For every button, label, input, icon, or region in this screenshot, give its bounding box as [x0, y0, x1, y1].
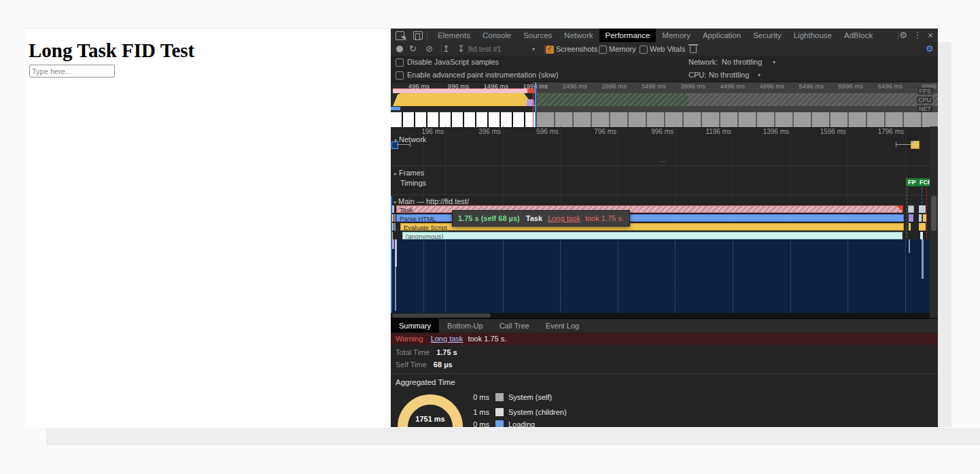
flame-event-mini[interactable] [395, 267, 396, 311]
scrollbar-thumb[interactable] [392, 314, 491, 318]
flame-event-mini[interactable] [922, 239, 924, 279]
tab-summary[interactable]: Summary [391, 319, 439, 333]
tab-adblock[interactable]: AdBlock [838, 29, 879, 42]
flame-event-mini[interactable] [395, 239, 397, 267]
tab-bottom-up[interactable]: Bottom-Up [439, 319, 491, 333]
main-thread-section-header[interactable]: ▾Main — http://fid.test/ [393, 197, 469, 205]
legend-swatch [495, 408, 504, 416]
timings-section-header[interactable]: Timings [400, 179, 426, 187]
reload-record-icon[interactable]: ↻ [409, 42, 417, 56]
ruler-tick: 396 ms [478, 128, 501, 135]
close-devtools-icon[interactable]: × [925, 29, 936, 42]
flame-event-mini[interactable] [920, 232, 923, 239]
flame-event-mini[interactable] [908, 205, 914, 213]
long-task-link[interactable]: Long task [431, 335, 463, 343]
tab-memory[interactable]: Memory [656, 29, 697, 42]
cpu-throttle-caret-icon[interactable]: ▾ [758, 70, 760, 80]
long-task-warning-row: Warning Long task took 1.75 s. [391, 333, 938, 345]
page-scrollbar-strip[interactable] [938, 42, 951, 427]
legend-swatch [495, 420, 504, 427]
memory-checkbox[interactable] [599, 46, 607, 54]
capture-settings-gear-icon[interactable]: ⚙ [926, 42, 934, 56]
ruler-tick: 996 ms [651, 128, 673, 135]
record-icon[interactable] [396, 46, 403, 52]
flame-bar-anonymous[interactable]: (anonymous) [402, 232, 903, 239]
tooltip-suffix: took 1.75 s. [585, 214, 624, 222]
network-throttle-value[interactable]: No throttling [722, 56, 762, 69]
pane-splitter-handle[interactable]: ⋯ [660, 158, 668, 165]
network-throttle-caret-icon[interactable]: ▾ [773, 56, 775, 69]
self-time-value: 68 µs [434, 360, 453, 369]
paint-instrumentation-checkbox[interactable] [396, 71, 404, 80]
tab-console[interactable]: Console [476, 29, 517, 42]
memory-label: Memory [609, 42, 636, 56]
kebab-menu-icon[interactable]: ⋮ [913, 29, 922, 42]
tab-elements[interactable]: Elements [432, 29, 476, 42]
warning-suffix: took 1.75 s. [468, 335, 506, 343]
tab-application[interactable]: Application [697, 29, 747, 42]
long-task-warning-triangle [896, 205, 903, 212]
session-caret-icon[interactable]: ▾ [532, 43, 535, 56]
flame-event-mini[interactable] [392, 239, 394, 249]
clear-icon[interactable]: ⊘ [425, 42, 433, 56]
ruler-tick: 1796 ms [878, 128, 904, 135]
flame-event-mini[interactable] [909, 214, 913, 222]
legend-value: 1 ms [462, 408, 489, 416]
horizontal-scrollbar[interactable] [391, 313, 930, 318]
tooltip-long-task-link[interactable]: Long task [548, 214, 580, 222]
ruler-tick: 1596 ms [820, 128, 846, 135]
tab-lighthouse[interactable]: Lighthouse [788, 29, 838, 42]
flame-event-mini[interactable] [909, 239, 910, 253]
session-select[interactable]: fid.test #1 [469, 42, 502, 56]
divider [391, 165, 930, 166]
expand-arrow-icon: ▸ [394, 171, 397, 177]
flame-event-mini[interactable] [919, 223, 926, 231]
flame-event-mini[interactable] [919, 214, 922, 222]
self-time-row: Self Time68 µs [396, 360, 453, 369]
flame-event-mini[interactable] [919, 205, 926, 213]
tab-network[interactable]: Network [558, 29, 599, 42]
flame-event-mini[interactable] [394, 223, 396, 231]
screenshots-checkbox[interactable] [546, 46, 554, 54]
timeline-overview[interactable]: 496 ms 996 ms 1496 ms 1996 ms 2496 ms 29… [391, 82, 938, 128]
ruler-tick: 1396 ms [763, 128, 789, 135]
warning-label: Warning [396, 335, 423, 343]
paint-instrumentation-label: Enable advanced paint instrumentation (s… [407, 70, 559, 80]
frames-section-header[interactable]: ▸Frames [394, 169, 424, 177]
save-profile-icon[interactable]: ↧ [457, 42, 465, 56]
overview-long-task-bar [393, 88, 527, 93]
flame-event-mini[interactable] [909, 223, 911, 231]
tab-event-log[interactable]: Event Log [538, 319, 588, 333]
load-profile-icon[interactable]: ↥ [442, 42, 450, 56]
tab-performance[interactable]: Performance [599, 29, 657, 42]
disable-js-label: Disable JavaScript samples [407, 56, 499, 69]
network-request-item[interactable] [391, 141, 398, 149]
device-toolbar-icon[interactable] [413, 31, 423, 39]
selection-handle[interactable] [535, 82, 536, 127]
cpu-throttle-value[interactable]: No throttling [709, 70, 749, 80]
flame-event-mini[interactable] [394, 214, 396, 222]
network-request-whisker [896, 144, 911, 145]
web-vitals-checkbox[interactable] [640, 46, 648, 54]
flame-gridlines [391, 239, 930, 313]
vertical-scrollbar[interactable] [930, 126, 938, 318]
overview-red-marker [533, 82, 533, 127]
settings-gear-icon[interactable]: ⚙ [898, 29, 909, 42]
divider [391, 194, 930, 195]
page-text-input[interactable] [29, 65, 115, 78]
network-request-item[interactable] [911, 141, 920, 149]
trash-icon[interactable] [690, 46, 697, 53]
page-bottom-bar [46, 428, 980, 445]
devtools-panel: Elements Console Sources Network Perform… [391, 29, 938, 427]
tab-sources[interactable]: Sources [517, 29, 558, 42]
inspect-element-icon[interactable] [396, 31, 404, 40]
aggregated-time-title: Aggregated Time [396, 378, 455, 386]
flame-chart-canvas[interactable] [391, 239, 930, 313]
scrollbar-thumb[interactable] [931, 196, 937, 231]
disable-js-checkbox[interactable] [396, 58, 404, 67]
collapse-arrow-icon: ▾ [393, 199, 396, 205]
tab-security[interactable]: Security [747, 29, 788, 42]
ruler-tick: 1196 ms [705, 128, 731, 135]
tab-call-tree[interactable]: Call Tree [491, 319, 538, 333]
flame-event-mini[interactable] [923, 214, 926, 222]
